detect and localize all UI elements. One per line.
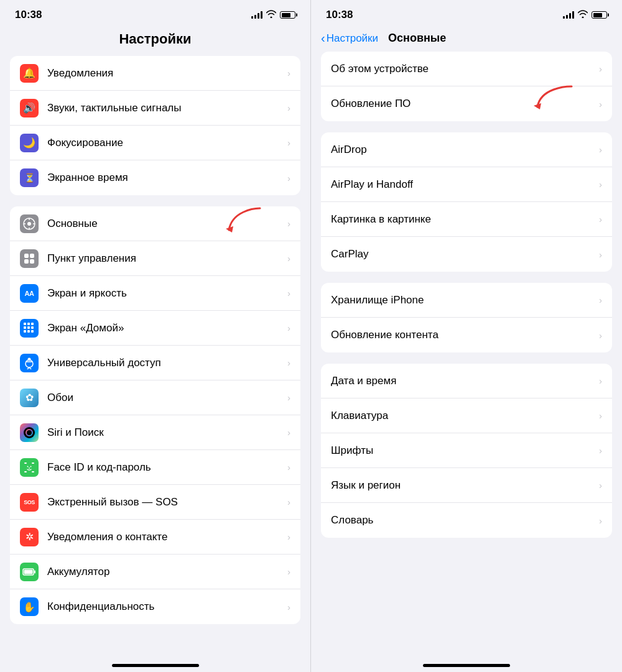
svg-rect-16	[31, 326, 34, 329]
chevron-icon: ›	[287, 103, 290, 113]
right-settings-item-keyboard[interactable]: Клавиатура ›	[321, 398, 612, 433]
chevron-icon: ›	[287, 173, 290, 183]
svg-rect-27	[24, 463, 27, 464]
svg-line-24	[29, 367, 31, 369]
homescreen-label: Экран «Домой»	[47, 322, 284, 334]
faceid-icon	[20, 458, 39, 477]
settings-item-screentime[interactable]: ⏳ Экранное время ›	[10, 160, 300, 195]
chevron-icon: ›	[287, 68, 290, 78]
settings-item-battery[interactable]: Аккумулятор ›	[10, 555, 300, 589]
contactalerts-label: Уведомления о контакте	[47, 531, 284, 543]
dictionary-label: Словарь	[331, 514, 595, 527]
right-status-bar: 10:38	[311, 0, 622, 26]
right-status-time: 10:38	[326, 9, 353, 21]
display-label: Экран и яркость	[47, 287, 284, 300]
svg-rect-12	[27, 323, 30, 325]
svg-rect-29	[24, 471, 27, 472]
chevron-icon: ›	[599, 445, 602, 456]
left-status-bar: 10:38	[0, 0, 310, 26]
left-status-time: 10:38	[15, 9, 42, 21]
settings-item-focus[interactable]: 🌙 Фокусирование ›	[10, 126, 300, 160]
settings-item-contactalerts[interactable]: ✲ Уведомления о контакте ›	[10, 520, 300, 555]
settings-group-2: Основные › Пункт управления	[10, 206, 300, 624]
focus-label: Фокусирование	[47, 137, 284, 149]
svg-rect-8	[30, 254, 34, 258]
emergency-label: Экстренный вызов — SOS	[47, 496, 284, 509]
datetime-label: Дата и время	[331, 375, 595, 387]
svg-rect-7	[24, 254, 29, 258]
airplay-label: AirPlay и Handoff	[331, 178, 595, 191]
svg-rect-28	[32, 463, 34, 464]
language-label: Язык и регион	[331, 479, 595, 492]
settings-item-privacy[interactable]: ✋ Конфиденциальность ›	[10, 589, 300, 624]
right-settings-item-airplay[interactable]: AirPlay и Handoff ›	[321, 167, 612, 202]
svg-point-25	[24, 427, 35, 438]
right-status-icons	[563, 9, 607, 21]
svg-point-32	[30, 466, 32, 467]
chevron-icon: ›	[287, 602, 290, 612]
airdrop-label: AirDrop	[331, 144, 595, 156]
settings-item-accessibility[interactable]: Универсальный доступ ›	[10, 346, 300, 380]
settings-item-emergency[interactable]: SOS Экстренный вызов — SOS ›	[10, 485, 300, 520]
settings-item-display[interactable]: AA Экран и яркость ›	[10, 276, 300, 311]
controlcenter-label: Пункт управления	[47, 252, 284, 265]
wallpaper-icon: ✿	[20, 389, 39, 407]
right-settings-item-storage[interactable]: Хранилище iPhone ›	[321, 283, 612, 318]
left-page-title: Настройки	[0, 26, 310, 56]
general-label: Основные	[47, 218, 284, 230]
settings-item-wallpaper[interactable]: ✿ Обои ›	[10, 380, 300, 415]
settings-item-notifications[interactable]: 🔔 Уведомления ›	[10, 56, 300, 91]
right-settings-item-contentupdate[interactable]: Обновление контента ›	[321, 318, 612, 352]
contactalerts-icon: ✲	[20, 528, 39, 546]
right-page-title: Основные	[388, 32, 446, 45]
pip-label: Картинка в картинке	[331, 213, 595, 226]
signal-icon	[563, 11, 574, 19]
svg-rect-11	[24, 323, 26, 325]
settings-item-faceid[interactable]: Face ID и код-пароль ›	[10, 450, 300, 485]
back-button[interactable]: ‹ Настройки	[321, 31, 378, 45]
settings-item-homescreen[interactable]: Экран «Домой» ›	[10, 311, 300, 346]
chevron-icon: ›	[599, 144, 602, 155]
notifications-label: Уведомления	[47, 67, 284, 80]
faceid-label: Face ID и код-пароль	[47, 461, 284, 474]
settings-item-siri[interactable]: Siri и Поиск ›	[10, 415, 300, 450]
right-settings-item-language[interactable]: Язык и регион ›	[321, 468, 612, 503]
svg-point-21	[26, 360, 33, 367]
about-label: Об этом устройстве	[331, 63, 595, 75]
accessibility-icon	[20, 354, 39, 372]
keyboard-label: Клавиатура	[331, 410, 595, 422]
back-label: Настройки	[327, 32, 378, 45]
battery-icon	[592, 11, 607, 19]
chevron-icon: ›	[599, 99, 602, 109]
right-settings-item-dictionary[interactable]: Словарь ›	[321, 503, 612, 538]
chevron-icon: ›	[599, 480, 602, 490]
chevron-icon: ›	[599, 249, 602, 260]
right-settings-item-fonts[interactable]: Шрифты ›	[321, 433, 612, 468]
display-icon: AA	[20, 284, 39, 303]
sounds-label: Звуки, тактильные сигналы	[47, 102, 284, 114]
svg-rect-10	[30, 259, 34, 264]
chevron-icon: ›	[599, 179, 602, 190]
right-settings-item-datetime[interactable]: Дата и время ›	[321, 364, 612, 398]
right-settings-item-airdrop[interactable]: AirDrop ›	[321, 132, 612, 167]
chevron-icon: ›	[287, 532, 290, 542]
settings-item-general[interactable]: Основные ›	[10, 206, 300, 241]
screentime-label: Экранное время	[47, 172, 284, 184]
siri-label: Siri и Поиск	[47, 426, 284, 439]
svg-rect-13	[31, 323, 34, 325]
right-settings-item-softwareupdate[interactable]: Обновление ПО ›	[321, 86, 612, 121]
settings-item-controlcenter[interactable]: Пункт управления ›	[10, 241, 300, 276]
battery-icon	[280, 11, 295, 19]
contentupdate-label: Обновление контента	[331, 329, 595, 341]
wallpaper-label: Обои	[47, 392, 284, 404]
settings-item-sounds[interactable]: 🔊 Звуки, тактильные сигналы ›	[10, 91, 300, 126]
right-settings-item-pip[interactable]: Картинка в картинке ›	[321, 202, 612, 237]
left-phone: 10:38 Настройки	[0, 0, 311, 672]
back-chevron-icon: ‹	[321, 31, 325, 45]
general-icon	[20, 214, 39, 233]
left-home-indicator	[112, 664, 199, 667]
softwareupdate-label: Обновление ПО	[331, 98, 595, 110]
right-settings-item-about[interactable]: Об этом устройстве ›	[321, 52, 612, 86]
right-phone: 10:38 ‹ Настройки О	[311, 0, 622, 672]
right-settings-item-carplay[interactable]: CarPlay ›	[321, 237, 612, 272]
